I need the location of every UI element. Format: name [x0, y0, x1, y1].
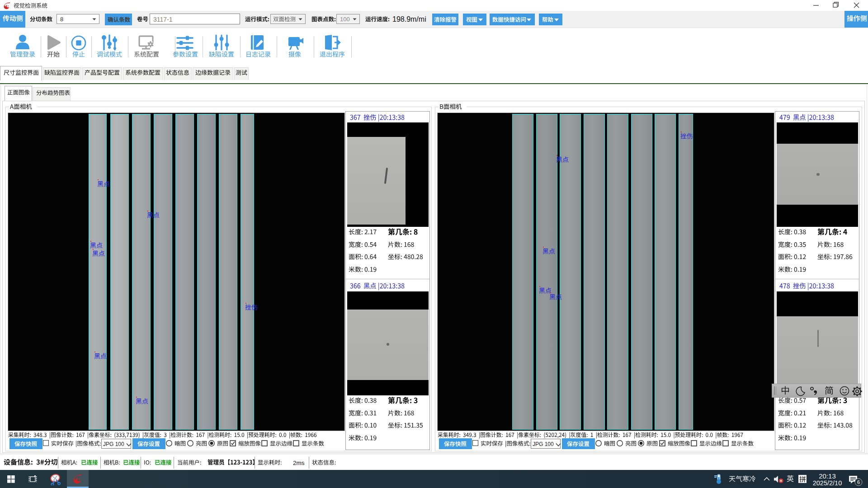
svg-text:6: 6	[857, 479, 860, 485]
